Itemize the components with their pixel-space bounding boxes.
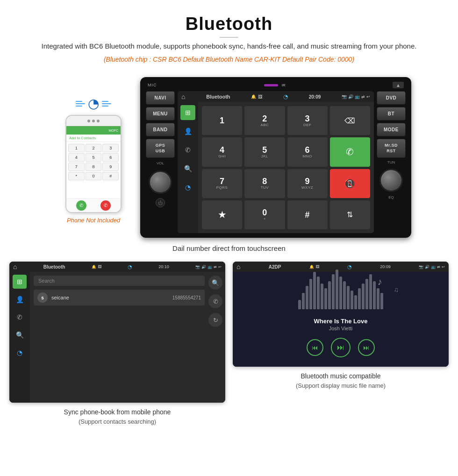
pb-call-action[interactable]: ✆	[208, 294, 222, 308]
phone-key-9[interactable]: 9	[102, 163, 119, 171]
car-top-row: MIC IR ▲	[146, 82, 406, 88]
pb-search-icon[interactable]: 🔍	[13, 328, 27, 342]
dial-num-7: 7	[220, 177, 224, 185]
music-back-icon[interactable]: ↩	[442, 265, 445, 269]
pb-icon-4: ⇌	[214, 265, 217, 269]
pb-search-action[interactable]: 🔍	[208, 276, 222, 290]
music-bar	[302, 293, 305, 309]
wave-right	[102, 101, 111, 107]
eject-button[interactable]: ▲	[393, 82, 404, 88]
music-prev-button[interactable]: ⏮	[307, 339, 323, 356]
music-artist: Josh Vietti	[329, 326, 353, 331]
phone-key-star[interactable]: *	[68, 172, 85, 180]
bt-button[interactable]: BT	[377, 107, 406, 121]
phone-key-5[interactable]: 5	[86, 153, 102, 162]
contact-number: 15885554271	[172, 295, 201, 300]
dialpad-grid: 1 2 ABC 3 DEF	[198, 102, 374, 233]
music-status-bar: ⌂ A2DP 🔔 🖼 ◔ 20:09 📷 🔊 📺 ⇌ ↩	[233, 262, 449, 272]
dvd-button[interactable]: DVD	[377, 91, 406, 105]
phone-end-button[interactable]: ✆	[100, 200, 111, 211]
phone-key-6[interactable]: 6	[102, 153, 119, 162]
pb-caption-line2: (Support contacts searching)	[64, 417, 171, 426]
phone-key-8[interactable]: 8	[86, 163, 102, 171]
phone-key-hash[interactable]: #	[102, 172, 119, 180]
music-bar	[317, 277, 320, 309]
band-button[interactable]: BAND	[146, 123, 175, 136]
dial-key-7[interactable]: 7 PQRS	[202, 169, 242, 198]
music-play-button[interactable]: ⏭	[331, 338, 351, 357]
pb-contacts-icon[interactable]: 👤	[13, 292, 27, 306]
navi-button[interactable]: NAVI	[146, 91, 175, 105]
pb-icon-3: 📺	[208, 265, 212, 269]
phone-mofc-label: MOFC	[108, 129, 118, 132]
dialpad-grid-icon[interactable]: ⊞	[180, 105, 195, 120]
dial-key-9[interactable]: 9 WXYZ	[287, 169, 328, 198]
header-specs: (Bluetooth chip : CSR BC6 Default Blueto…	[28, 56, 430, 63]
menu-button[interactable]: MENU	[146, 107, 175, 121]
dialpad-call-icon[interactable]: ✆	[180, 142, 195, 157]
music-icon-4: ⇌	[437, 265, 440, 269]
music-bar	[343, 281, 346, 309]
pb-home-icon[interactable]: ⌂	[13, 263, 17, 270]
dial-key-8[interactable]: 8 TUV	[244, 169, 285, 198]
dialpad-bluetooth-icon[interactable]: ◔	[180, 180, 195, 195]
screen-status-bar: ⌂ Bluetooth 🔔 🖼 ◔ 20:09 📷 🔊 📺 ⇌	[178, 91, 374, 102]
phone-key-0[interactable]: 0	[86, 172, 102, 180]
phone-key-3[interactable]: 3	[102, 144, 119, 152]
dial-num-4: 4	[220, 146, 224, 154]
phone-key-7[interactable]: 7	[68, 163, 85, 171]
dial-key-1[interactable]: 1	[202, 106, 242, 135]
phone-dot-1	[87, 120, 90, 122]
mode-button[interactable]: MODE	[377, 123, 406, 136]
dialpad-contacts-icon[interactable]: 👤	[180, 124, 195, 139]
dial-key-star[interactable]: ★	[202, 200, 242, 229]
dial-key-3[interactable]: 3 DEF	[287, 106, 328, 135]
pb-time: 20:10	[158, 264, 169, 269]
music-screenshot: ⌂ A2DP 🔔 🖼 ◔ 20:09 📷 🔊 📺 ⇌ ↩	[233, 262, 449, 367]
dial-key-2[interactable]: 2 ABC	[244, 106, 285, 135]
music-note-icon: ♪	[377, 277, 382, 287]
music-title-bar: A2DP	[269, 264, 281, 270]
car-unit-outer: MIC IR ▲ NAVI MENU BAND GPSUSB VOL ⏻	[140, 77, 411, 238]
dial-letters-9: WXYZ	[301, 185, 313, 190]
phone-key-2[interactable]: 2	[86, 144, 102, 152]
dial-key-0[interactable]: 0 +	[244, 200, 285, 229]
dial-key-updown[interactable]: ⇅	[330, 200, 370, 229]
pb-bt-side-icon[interactable]: ◔	[13, 346, 27, 360]
pb-refresh-action[interactable]: ↻	[208, 313, 222, 327]
screen-back-icon[interactable]: ↩	[366, 94, 370, 99]
pb-content: ⊞ 👤 ✆ 🔍 ◔ Search s seicane 15885554271	[9, 272, 225, 403]
phone-key-4[interactable]: 4	[68, 153, 85, 162]
screen-home-icon[interactable]: ⌂	[181, 93, 185, 100]
music-next-button[interactable]: ⏭	[358, 339, 375, 356]
dial-key-6[interactable]: 6 MNO	[287, 137, 328, 166]
pb-back-icon[interactable]: ↩	[218, 265, 222, 269]
gps-usb-button[interactable]: GPSUSB	[146, 139, 175, 158]
mic-label: MIC	[148, 83, 157, 87]
dial-key-hash[interactable]: #	[287, 200, 328, 229]
music-bar	[328, 281, 331, 309]
pb-search-bar[interactable]: Search	[34, 276, 205, 286]
dial-key-end[interactable]: 📵	[330, 169, 370, 198]
dial-key-5[interactable]: 5 JKL	[244, 137, 285, 166]
tuning-knob[interactable]	[379, 169, 403, 192]
phonebook-screenshot: ⌂ Bluetooth 🔔 🖼 ◔ 20:10 📷 🔊 📺 ⇌ ↩	[9, 262, 225, 403]
dial-num-6: 6	[305, 146, 310, 154]
screen-icon-4: ⇌	[361, 94, 365, 99]
dialpad-search-icon[interactable]: 🔍	[180, 161, 195, 176]
pb-grid-icon[interactable]: ⊞	[13, 275, 27, 289]
pb-call-log-icon[interactable]: ✆	[13, 310, 27, 324]
volume-knob[interactable]	[149, 171, 172, 194]
dial-num-1: 1	[220, 116, 224, 125]
music-home-icon[interactable]: ⌂	[236, 263, 240, 270]
dial-key-call[interactable]: ✆	[330, 137, 370, 166]
music-note-icon-2: ♫	[394, 286, 399, 293]
contact-row-1[interactable]: s seicane 15885554271	[34, 290, 205, 305]
music-bar	[324, 288, 327, 309]
phone-call-button[interactable]: ✆	[76, 200, 86, 211]
mrsd-rst-button[interactable]: Mr.SDRST	[377, 139, 406, 158]
music-notif-icon: 🔔	[309, 265, 314, 269]
dial-key-4[interactable]: 4 GHI	[202, 137, 242, 166]
phone-key-1[interactable]: 1	[68, 144, 85, 152]
dial-key-backspace[interactable]: ⌫	[330, 106, 370, 135]
